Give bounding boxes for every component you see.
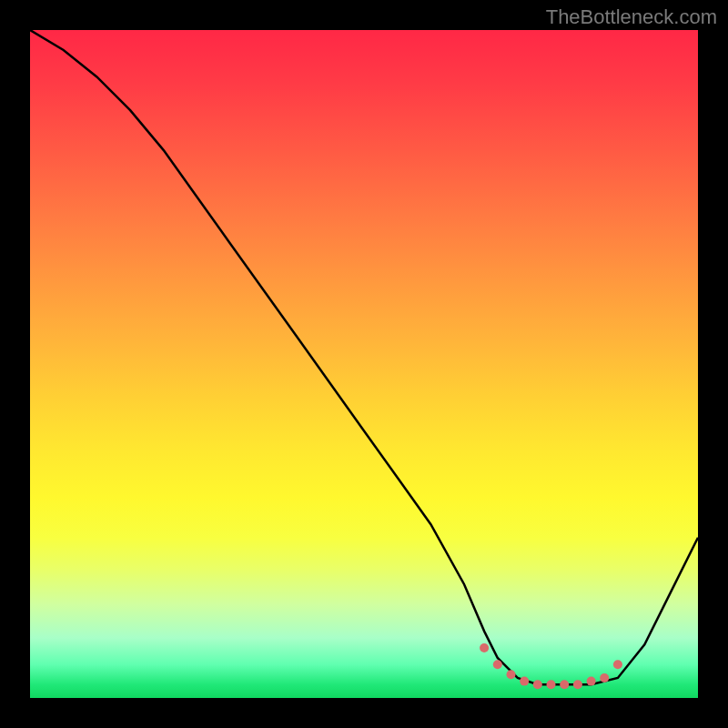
bottleneck-curve-line <box>30 30 698 684</box>
chart-svg <box>30 30 698 698</box>
highlight-dot <box>573 680 582 689</box>
highlight-dot <box>547 680 556 689</box>
highlight-dot <box>560 680 569 689</box>
chart-plot-area <box>30 30 698 698</box>
highlight-dot <box>613 660 622 669</box>
highlight-dot <box>480 643 489 652</box>
highlight-dot <box>507 670 516 679</box>
highlight-dot <box>533 680 542 689</box>
highlight-dot <box>520 677 529 686</box>
highlight-dot <box>493 660 502 669</box>
highlight-dot <box>587 677 596 686</box>
highlight-dot <box>600 673 609 682</box>
attribution-text: TheBottleneck.com <box>546 5 717 29</box>
